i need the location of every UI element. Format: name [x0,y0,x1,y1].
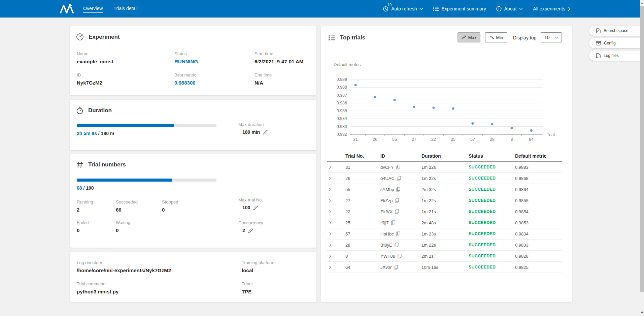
expand-row-icon[interactable] [327,177,345,180]
trials-table-header: Trial No. ID Duration Status Default met… [327,150,562,162]
gauge-icon [76,33,84,41]
tab-trials-detail[interactable]: Trials detail [113,4,138,13]
col-default-metric: Default metric [515,153,562,159]
svg-text:0.983: 0.983 [337,124,347,129]
config-button[interactable]: Config [589,38,640,48]
display-top-select[interactable]: 10 [541,32,562,42]
nav-tabs: Overview Trials detail [83,4,138,13]
max-duration-value: 180 min [242,129,260,135]
col-duration: Duration [421,153,469,159]
table-row: 64JXv0r 10m 16sSUCCEEDED0.9825 [327,262,562,273]
refresh-interval-badge: 10 [387,3,392,7]
cell-status: SUCCEEDED [469,165,515,169]
field-start-time: Start time6/2/2021, 9:47:01 AM [255,51,311,64]
expand-row-icon[interactable] [327,188,345,191]
trials-progress-track [77,179,216,182]
cell-metric: 0.9883 [515,165,562,170]
trial-id-text: FkZzp [380,198,393,203]
cell-trial-no: 26 [345,176,380,181]
svg-text:25: 25 [451,137,455,142]
hash-icon [76,161,83,168]
top-nav: Overview Trials detail 10 Auto refresh E… [0,0,644,18]
cell-duration: 1m 22s [421,176,469,181]
field-log-directory: Log directory/home/core/nni-experiments/… [77,260,242,273]
trial-id-text: Bt8yE [380,243,392,248]
scrollbar-thumb[interactable] [640,6,644,292]
trial-id-text: HpHbc [380,231,394,236]
expand-row-icon[interactable] [327,221,345,225]
expand-row-icon[interactable] [327,254,345,258]
table-row: 26o4UAC 1m 22sSUCCEEDED0.9868 [327,173,562,184]
expand-row-icon[interactable] [327,243,345,247]
trial-id-text: dvCFY [380,165,394,170]
cell-trial-no: 57 [345,231,380,236]
cell-trial-no: 8 [345,254,380,259]
cell-duration: 1m 22s [421,165,469,170]
search-space-button[interactable]: Search space [589,26,640,36]
cell-id: dvCFY [380,165,421,170]
scrollbar-up-arrow[interactable] [641,2,643,4]
copy-id-icon[interactable] [398,254,402,258]
tab-overview[interactable]: Overview [83,4,103,13]
list-icon [433,6,439,11]
top-trials-title: Top trials [329,34,365,41]
trial-id-text: JXv0r [380,265,392,270]
expand-row-icon[interactable] [327,199,345,202]
expand-row-icon[interactable] [327,265,345,269]
cell-id: r9jj7 [380,220,421,225]
chevron-right-icon [568,7,571,11]
experiment-card-title: Experiment [76,33,120,41]
stat-failed: Failed0 [77,220,116,233]
cell-metric: 0.9855 [515,198,562,203]
field-name: Nameexample_mnist [77,51,174,64]
cell-id: FkZzp [380,198,421,203]
auto-refresh-label: Auto refresh [391,6,417,11]
copy-id-icon[interactable] [396,165,400,169]
stat-running: Running2 [77,199,116,213]
svg-text:0.989: 0.989 [337,77,347,82]
copy-id-icon[interactable] [391,220,395,225]
trial-stats: Running2 Succeeded66 Stopped0 Failed0 Wa… [77,199,225,233]
svg-text:Trial: Trial [547,132,555,137]
copy-id-icon[interactable] [395,198,399,203]
top-trials-card: Top trials Max Min Display top 10 Defaul… [321,26,572,302]
copy-id-icon[interactable] [396,187,400,192]
copy-id-icon[interactable] [395,209,399,214]
default-metric-chart[interactable]: Default metric0.9890.9880.9870.9860.9850… [326,60,567,146]
expand-row-icon[interactable] [327,232,345,236]
expand-row-icon[interactable] [327,210,345,214]
max-button[interactable]: Max [457,32,480,42]
copy-id-icon[interactable] [394,265,398,270]
duration-progress-fill [77,124,174,127]
experiment-summary-button[interactable]: Experiment summary [433,6,486,11]
display-top-value: 10 [544,35,550,40]
max-duration-box: Max duration 180 min [238,122,268,135]
table-row: 8YWHJu 2m 2sSUCCEEDED0.9828 [327,251,562,262]
all-experiments-link[interactable]: All experiments [533,6,571,11]
edit-max-trial-icon[interactable] [253,205,258,210]
trials-progress: 68 / 100 [77,179,216,191]
copy-id-icon[interactable] [397,176,401,181]
about-label: About [504,6,517,11]
cell-trial-no: 27 [345,198,380,203]
min-button[interactable]: Min [485,32,507,42]
trial-numbers-card-title: Trial numbers [76,161,126,168]
cell-status: SUCCEEDED [469,198,515,203]
col-status: Status [469,153,515,159]
copy-id-icon[interactable] [395,243,399,247]
cell-id: EkfVX [380,209,421,214]
svg-text:57: 57 [470,137,475,142]
edit-concurrency-icon[interactable] [248,228,253,233]
about-menu[interactable]: About [496,6,523,11]
trial-id-text: YWHJu [380,254,395,259]
scrollbar-down-arrow[interactable] [641,312,643,313]
cell-id: HpHbc [380,231,421,236]
log-files-button[interactable]: Log files [589,51,640,61]
log-info-card: Log directory/home/core/nni-experiments/… [70,252,316,302]
copy-id-icon[interactable] [396,231,400,236]
expand-row-icon[interactable] [327,165,345,169]
cell-id: o4UAC [380,176,421,181]
svg-text:28: 28 [490,137,495,142]
auto-refresh-menu[interactable]: 10 Auto refresh [383,6,423,12]
edit-max-duration-icon[interactable] [263,130,268,135]
